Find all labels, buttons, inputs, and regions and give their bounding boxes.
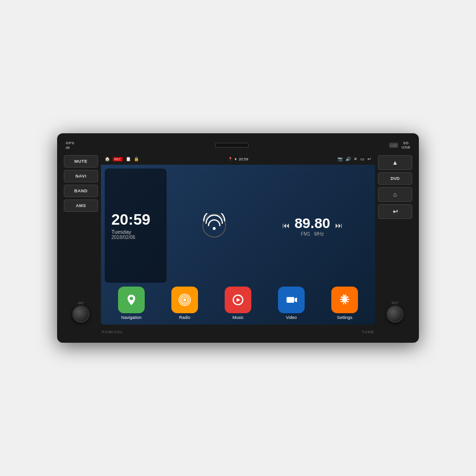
radio-label: Radio [179,315,190,320]
card-slot [215,143,248,148]
app-settings[interactable]: Settings [331,287,358,320]
freq-info: FM1 MHz [301,231,324,237]
app-radio[interactable]: Radio [171,287,198,320]
navigation-label: Navigation [121,315,142,320]
camera-status-icon: 📷 [337,157,343,161]
doc-icon: 📋 [126,157,131,161]
music-icon[interactable] [225,287,251,313]
navi-button[interactable]: NAVI [64,170,98,182]
svg-point-2 [130,297,133,300]
unit-display: MHz [314,231,324,237]
eject-button[interactable]: ▲ [378,155,412,170]
day-display: Tuesday [111,229,160,235]
video-icon[interactable] [278,287,305,313]
video-label: Video [286,315,297,320]
android-content: 20:59 Tuesday 2018/02/06 [101,165,375,325]
time-widget: 20:59 Tuesday 2018/02/06 [105,169,167,283]
ir-label: IR [66,146,74,150]
svg-point-0 [203,214,226,237]
app-music[interactable]: Music [225,287,251,320]
date-display: 2018/02/06 [111,235,160,240]
screen: 🏠 REC 📋 🔒 📍 ▾ 20:59 📷 🔊 ✕ ▭ ↩ [101,153,375,325]
usb-port[interactable]: USB [389,143,398,148]
radio-icon[interactable] [171,287,198,313]
music-label: Music [232,315,244,320]
top-right-ports: USB SD USB [389,141,410,149]
status-time: 20:59 [238,157,248,161]
tune-knob[interactable] [387,306,404,323]
ams-button[interactable]: AMS [64,199,98,212]
settings-icon[interactable] [331,287,358,313]
app-row: Navigation Radio [105,287,371,321]
rst-label: RST [392,301,398,305]
android-statusbar: 🏠 REC 📋 🔒 📍 ▾ 20:59 📷 🔊 ✕ ▭ ↩ [101,153,375,165]
home-button[interactable]: ⌂ [378,187,412,202]
radio-controls: ⏮ 89.80 FM1 MHz ⏭ [282,215,343,237]
signal-icon [200,211,228,240]
rewind-button[interactable]: ⏮ [282,221,290,230]
time-display: 20:59 [111,212,160,227]
pow-vol-label: POW/VOL [102,330,123,334]
band-button[interactable]: BAND [64,185,98,197]
window-status-icon: ▭ [360,157,365,161]
wifi-icon: ▾ [235,157,237,161]
right-panel: ▲ DVD ⌂ ↩ RST [378,153,412,325]
playback-controls: ⏮ 89.80 FM1 MHz ⏭ [282,215,343,237]
home-status-icon: 🏠 [105,157,110,161]
dvd-button[interactable]: DVD [378,172,412,185]
statusbar-left: 🏠 REC 📋 🔒 [105,157,139,161]
signal-svg [202,213,227,238]
back-status-icon: ↩ [367,157,371,161]
radio-widget: ⏮ 89.80 FM1 MHz ⏭ [171,169,371,283]
frequency-display: 89.80 [295,215,330,231]
statusbar-right: 📷 🔊 ✕ ▭ ↩ [337,157,371,161]
band-display: FM1 [301,231,310,237]
navigation-icon[interactable] [118,287,145,313]
svg-point-3 [183,298,186,301]
mute-button[interactable]: MUTE [64,155,98,168]
left-panel: MUTE NAVI BAND AMS MIC [64,153,98,325]
settings-label: Settings [337,315,353,320]
app-video[interactable]: Video [278,287,305,320]
rec-icon: REC [113,157,123,161]
location-icon: 📍 [228,157,233,161]
widget-row: 20:59 Tuesday 2018/02/06 [105,169,371,283]
back-button[interactable]: ↩ [378,204,412,219]
device-bottom-bar: POW/VOL TUNE [64,327,412,336]
volume-status-icon: 🔊 [346,157,351,161]
app-navigation[interactable]: Navigation [118,287,145,320]
gps-ir-labels: GPS IR [66,141,74,150]
mic-label: MIC [78,301,84,305]
lock-icon: 🔒 [134,157,139,161]
car-head-unit: GPS IR USB SD USB MUTE NAVI BAND AMS MIC [57,133,419,343]
pow-vol-knob[interactable] [72,306,89,323]
gps-label: GPS [66,141,74,145]
sd-label: SD USB [402,141,410,149]
left-knob-area: MIC [64,301,98,323]
device-top-bar: GPS IR USB SD USB [64,140,412,150]
forward-button[interactable]: ⏭ [335,221,343,230]
svg-point-1 [213,227,216,230]
statusbar-center: 📍 ▾ 20:59 [228,157,248,161]
device-middle: MUTE NAVI BAND AMS MIC 🏠 REC 📋 🔒 � [64,153,412,325]
tune-label: TUNE [362,330,374,334]
close-status-icon: ✕ [354,157,357,161]
right-knob-area: RST [378,301,412,323]
svg-rect-8 [287,297,294,303]
